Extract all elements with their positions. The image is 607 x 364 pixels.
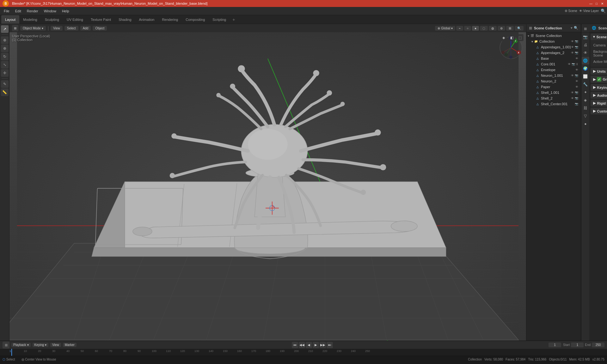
tab-shading[interactable]: Shading <box>115 15 135 24</box>
title-bar-controls[interactable]: — □ ✕ <box>589 1 604 6</box>
visibility-icon[interactable]: 👁 <box>571 40 574 43</box>
jump-end-button[interactable]: ⏭ <box>327 342 333 348</box>
outliner-item-appendages2[interactable]: △ Appendages_2 👁 📷 <box>526 50 581 56</box>
render-props-tab[interactable]: 📷 <box>582 33 589 41</box>
editor-type-button[interactable]: ▦ <box>12 25 18 31</box>
tab-compositing[interactable]: Compositing <box>182 15 209 24</box>
tab-animation[interactable]: Animation <box>135 15 158 24</box>
viewport-shading-solid[interactable]: ● <box>472 26 479 31</box>
menu-file[interactable]: File <box>1 9 12 14</box>
outliner-collection[interactable]: ▾ 📁 Collection 👁 📷 <box>526 39 581 44</box>
eye-icon[interactable]: 👁 <box>575 85 578 88</box>
maximize-button[interactable]: □ <box>594 1 599 6</box>
marker-menu-button[interactable]: Marker <box>63 343 77 347</box>
outliner-filter-button[interactable]: ▾ <box>571 26 573 30</box>
camera-icon[interactable]: 📷 <box>575 46 578 49</box>
outliner-item-neuron1[interactable]: △ Neuron_1.001 👁 📷 <box>526 73 581 78</box>
play-reverse-button[interactable]: ◀ <box>306 342 312 348</box>
outliner-item-core[interactable]: △ Core.001 👁 📷 ⊻ <box>526 61 581 67</box>
viewport-xray-button[interactable]: ⊞ <box>506 26 514 31</box>
object-props-tab[interactable]: ⬜ <box>582 73 589 80</box>
camera-icon[interactable]: 📷 <box>575 91 578 94</box>
playback-menu-button[interactable]: Playback ▾ <box>11 343 31 347</box>
move-tool-button[interactable]: ⊕ <box>1 45 9 52</box>
play-button[interactable]: ▶ <box>313 342 319 348</box>
select-tool-button[interactable]: ↗ <box>1 25 9 33</box>
gravity-section-header[interactable]: ▶ ✓ Gravity <box>591 76 607 83</box>
add-menu-button[interactable]: Add <box>80 26 91 31</box>
eye-icon[interactable]: 👁 <box>568 63 571 66</box>
start-frame-input[interactable]: 1 <box>571 343 584 347</box>
material-props-tab[interactable]: ● <box>582 120 589 128</box>
viewport-shading-material[interactable]: ◌ <box>480 26 488 31</box>
world-props-tab[interactable]: 🌍 <box>582 65 589 72</box>
view-layer-props-tab[interactable]: 👁 <box>582 49 589 57</box>
outliner-scene-collection[interactable]: ▾ 🎬 Scene Collection <box>526 33 581 39</box>
scale-tool-button[interactable]: ⤡ <box>1 61 9 69</box>
jump-start-button[interactable]: ⏮ <box>292 342 298 348</box>
eye-icon[interactable]: 👁 <box>575 57 578 60</box>
close-button[interactable]: ✕ <box>600 1 604 6</box>
scene-props-tab[interactable]: 🌐 <box>582 57 589 64</box>
particles-props-tab[interactable]: ✦ <box>582 88 589 96</box>
tab-uv-editing[interactable]: UV Editing <box>63 15 87 24</box>
tab-modeling[interactable]: Modeling <box>19 15 41 24</box>
camera-icon[interactable]: 📷 <box>575 97 578 100</box>
search-button[interactable]: 🔍 <box>515 26 524 31</box>
minimize-button[interactable]: — <box>589 1 593 6</box>
rigid-body-world-section-header[interactable]: ▶ Rigid Body World <box>591 100 607 106</box>
global-transform-button[interactable]: ⊕ Global ▾ <box>435 26 455 31</box>
outliner-item-shell1[interactable]: △ Shell_1.001 👁 📷 <box>526 90 581 95</box>
viewport-overlays-button[interactable]: ⊚ <box>498 26 505 31</box>
gravity-checkbox[interactable]: ✓ <box>597 77 601 82</box>
search-icon[interactable]: 🔍 <box>601 9 606 13</box>
3d-viewport[interactable]: ▦ Object Mode ▾ | View Select Add Object <box>9 24 526 341</box>
units-section-header[interactable]: ▶ Units <box>591 68 607 75</box>
outliner-item-envelope[interactable]: △ Envelope 👁 <box>526 67 581 73</box>
tab-scripting[interactable]: Scripting <box>209 15 230 24</box>
outliner-item-shellcenter[interactable]: △ Shell_Center.001 📷 <box>526 101 581 107</box>
menu-help[interactable]: Help <box>59 9 72 14</box>
proportional-edit-button[interactable]: ○ <box>464 26 471 31</box>
output-props-tab[interactable]: 🖨 <box>582 41 589 49</box>
data-props-tab[interactable]: ▽ <box>582 112 589 120</box>
eye-icon[interactable]: 👁 <box>571 91 574 94</box>
measure-tool-button[interactable]: 📏 <box>1 88 9 96</box>
select-menu-button[interactable]: Select <box>64 26 78 31</box>
custom-properties-section-header[interactable]: ▶ Custom Properties <box>591 108 607 114</box>
rotate-tool-button[interactable]: ↻ <box>1 53 9 60</box>
end-frame-input[interactable]: 250 <box>592 343 604 347</box>
camera-icon[interactable]: 📷 <box>572 63 575 66</box>
timeline-editor-type-button[interactable]: ▦ <box>3 342 9 349</box>
outliner-search-button[interactable]: 🔍 <box>574 26 578 30</box>
filter-icon[interactable]: ⊻ <box>576 63 578 66</box>
gizmo-button[interactable]: ◈ <box>500 34 507 41</box>
eye-icon[interactable]: 👁 <box>575 80 578 83</box>
tab-rendering[interactable]: Rendering <box>158 15 182 24</box>
modifier-props-tab[interactable]: 🔧 <box>582 81 589 88</box>
physics-props-tab[interactable]: ◈ <box>582 96 589 104</box>
camera-icon[interactable]: 📷 <box>575 51 578 54</box>
outliner-item-paper[interactable]: △ Paper 👁 <box>526 84 581 90</box>
current-frame-input[interactable]: 1 <box>549 343 561 347</box>
camera-icon[interactable]: 📷 <box>575 74 578 77</box>
scene-section-header[interactable]: ▾ Scene <box>591 33 607 40</box>
menu-edit[interactable]: Edit <box>13 9 24 14</box>
transform-tool-button[interactable]: ✛ <box>1 69 9 77</box>
view-menu-button[interactable]: View <box>50 343 61 347</box>
xray-button[interactable]: ⬚ <box>517 34 524 41</box>
snap-button[interactable]: ⌁ <box>456 26 463 31</box>
cursor-tool-button[interactable]: ⊕ <box>1 36 9 44</box>
object-mode-dropdown[interactable]: Object Mode ▾ <box>20 26 46 31</box>
eye-icon[interactable]: 👁 <box>575 68 578 71</box>
eye-icon[interactable]: 👁 <box>571 74 574 77</box>
menu-window[interactable]: Window <box>41 9 59 14</box>
tab-layout[interactable]: Layout <box>1 15 19 24</box>
outliner-item-neuron2[interactable]: △ Neuron_2 👁 <box>526 78 581 84</box>
eye-icon[interactable]: 📷 <box>575 102 578 106</box>
audio-section-header[interactable]: ▶ Audio <box>591 92 607 99</box>
annotate-tool-button[interactable]: ✎ <box>1 80 9 88</box>
keying-menu-button[interactable]: Keying ▾ <box>33 343 49 347</box>
next-keyframe-button[interactable]: ▶▶ <box>320 342 326 348</box>
tab-texture-paint[interactable]: Texture Paint <box>87 15 115 24</box>
